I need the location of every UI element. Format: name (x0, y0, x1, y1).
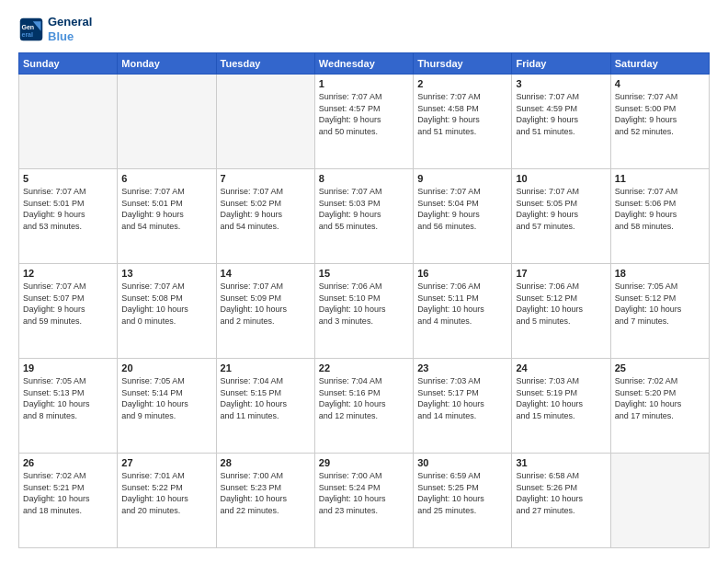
day-info: Sunrise: 7:07 AM Sunset: 4:58 PM Dayligh… (417, 91, 507, 137)
day-number: 26 (23, 457, 113, 468)
calendar-cell: 20Sunrise: 7:05 AM Sunset: 5:14 PM Dayli… (118, 359, 216, 454)
calendar-header: Gen eral General Blue (18, 15, 710, 43)
calendar-cell: 21Sunrise: 7:04 AM Sunset: 5:15 PM Dayli… (216, 359, 314, 454)
calendar-cell: 11Sunrise: 7:07 AM Sunset: 5:06 PM Dayli… (610, 169, 709, 264)
day-info: Sunrise: 7:06 AM Sunset: 5:10 PM Dayligh… (319, 281, 409, 327)
calendar-cell (118, 75, 216, 169)
day-number: 13 (121, 268, 211, 279)
day-info: Sunrise: 6:58 AM Sunset: 5:26 PM Dayligh… (516, 470, 606, 516)
calendar-cell: 13Sunrise: 7:07 AM Sunset: 5:08 PM Dayli… (118, 264, 216, 359)
calendar-cell: 16Sunrise: 7:06 AM Sunset: 5:11 PM Dayli… (414, 264, 512, 359)
calendar-page: Gen eral General Blue SundayMondayTuesda… (0, 0, 728, 563)
day-info: Sunrise: 7:07 AM Sunset: 5:07 PM Dayligh… (23, 281, 113, 327)
day-number: 20 (121, 362, 211, 373)
calendar-cell: 23Sunrise: 7:03 AM Sunset: 5:17 PM Dayli… (414, 359, 512, 454)
day-number: 4 (615, 78, 705, 89)
day-number: 29 (319, 457, 409, 468)
calendar-cell: 26Sunrise: 7:02 AM Sunset: 5:21 PM Dayli… (19, 454, 118, 548)
day-info: Sunrise: 7:04 AM Sunset: 5:15 PM Dayligh… (221, 375, 311, 421)
day-number: 15 (319, 268, 409, 279)
calendar-week-5: 26Sunrise: 7:02 AM Sunset: 5:21 PM Dayli… (19, 454, 710, 548)
calendar-table: SundayMondayTuesdayWednesdayThursdayFrid… (18, 52, 710, 548)
header-sunday: Sunday (19, 53, 118, 75)
day-info: Sunrise: 7:06 AM Sunset: 5:11 PM Dayligh… (417, 281, 507, 327)
day-info: Sunrise: 7:07 AM Sunset: 5:06 PM Dayligh… (615, 186, 705, 232)
day-number: 21 (221, 362, 311, 373)
day-info: Sunrise: 7:05 AM Sunset: 5:12 PM Dayligh… (615, 281, 705, 327)
calendar-week-3: 12Sunrise: 7:07 AM Sunset: 5:07 PM Dayli… (19, 264, 710, 359)
calendar-cell: 1Sunrise: 7:07 AM Sunset: 4:57 PM Daylig… (314, 75, 413, 169)
calendar-header-row: SundayMondayTuesdayWednesdayThursdayFrid… (19, 53, 710, 75)
day-info: Sunrise: 6:59 AM Sunset: 5:25 PM Dayligh… (417, 470, 507, 516)
day-info: Sunrise: 7:06 AM Sunset: 5:12 PM Dayligh… (516, 281, 606, 327)
header-wednesday: Wednesday (314, 53, 413, 75)
calendar-cell: 28Sunrise: 7:00 AM Sunset: 5:23 PM Dayli… (216, 454, 314, 548)
day-number: 30 (417, 457, 507, 468)
day-number: 17 (516, 268, 606, 279)
day-info: Sunrise: 7:07 AM Sunset: 4:59 PM Dayligh… (516, 91, 606, 137)
calendar-cell: 7Sunrise: 7:07 AM Sunset: 5:02 PM Daylig… (216, 169, 314, 264)
header-saturday: Saturday (610, 53, 709, 75)
calendar-cell: 2Sunrise: 7:07 AM Sunset: 4:58 PM Daylig… (414, 75, 512, 169)
calendar-cell: 8Sunrise: 7:07 AM Sunset: 5:03 PM Daylig… (314, 169, 413, 264)
logo-icon: Gen eral (18, 17, 44, 42)
logo: Gen eral General Blue (18, 15, 92, 43)
calendar-cell: 4Sunrise: 7:07 AM Sunset: 5:00 PM Daylig… (610, 75, 709, 169)
day-number: 23 (417, 362, 507, 373)
day-info: Sunrise: 7:07 AM Sunset: 5:08 PM Dayligh… (121, 281, 211, 327)
day-number: 3 (516, 78, 606, 89)
calendar-cell: 30Sunrise: 6:59 AM Sunset: 5:25 PM Dayli… (414, 454, 512, 548)
day-info: Sunrise: 7:07 AM Sunset: 5:02 PM Dayligh… (221, 186, 311, 232)
day-info: Sunrise: 7:01 AM Sunset: 5:22 PM Dayligh… (121, 470, 211, 516)
day-number: 5 (23, 173, 113, 184)
calendar-week-2: 5Sunrise: 7:07 AM Sunset: 5:01 PM Daylig… (19, 169, 710, 264)
day-number: 28 (221, 457, 311, 468)
day-info: Sunrise: 7:07 AM Sunset: 4:57 PM Dayligh… (319, 91, 409, 137)
calendar-cell: 18Sunrise: 7:05 AM Sunset: 5:12 PM Dayli… (610, 264, 709, 359)
calendar-cell (216, 75, 314, 169)
day-number: 16 (417, 268, 507, 279)
calendar-cell: 3Sunrise: 7:07 AM Sunset: 4:59 PM Daylig… (512, 75, 610, 169)
day-number: 19 (23, 362, 113, 373)
day-info: Sunrise: 7:03 AM Sunset: 5:17 PM Dayligh… (417, 375, 507, 421)
day-info: Sunrise: 7:07 AM Sunset: 5:05 PM Dayligh… (516, 186, 606, 232)
day-info: Sunrise: 7:05 AM Sunset: 5:14 PM Dayligh… (121, 375, 211, 421)
day-info: Sunrise: 7:07 AM Sunset: 5:01 PM Dayligh… (121, 186, 211, 232)
day-number: 25 (615, 362, 705, 373)
day-number: 11 (615, 173, 705, 184)
calendar-cell: 17Sunrise: 7:06 AM Sunset: 5:12 PM Dayli… (512, 264, 610, 359)
calendar-cell: 5Sunrise: 7:07 AM Sunset: 5:01 PM Daylig… (19, 169, 118, 264)
calendar-cell: 6Sunrise: 7:07 AM Sunset: 5:01 PM Daylig… (118, 169, 216, 264)
calendar-cell: 31Sunrise: 6:58 AM Sunset: 5:26 PM Dayli… (512, 454, 610, 548)
calendar-cell: 10Sunrise: 7:07 AM Sunset: 5:05 PM Dayli… (512, 169, 610, 264)
day-number: 18 (615, 268, 705, 279)
header-tuesday: Tuesday (216, 53, 314, 75)
calendar-week-4: 19Sunrise: 7:05 AM Sunset: 5:13 PM Dayli… (19, 359, 710, 454)
day-info: Sunrise: 7:07 AM Sunset: 5:03 PM Dayligh… (319, 186, 409, 232)
day-info: Sunrise: 7:07 AM Sunset: 5:04 PM Dayligh… (417, 186, 507, 232)
calendar-cell: 12Sunrise: 7:07 AM Sunset: 5:07 PM Dayli… (19, 264, 118, 359)
day-number: 14 (221, 268, 311, 279)
day-number: 10 (516, 173, 606, 184)
day-number: 8 (319, 173, 409, 184)
header-thursday: Thursday (414, 53, 512, 75)
header-friday: Friday (512, 53, 610, 75)
calendar-cell: 24Sunrise: 7:03 AM Sunset: 5:19 PM Dayli… (512, 359, 610, 454)
calendar-cell: 22Sunrise: 7:04 AM Sunset: 5:16 PM Dayli… (314, 359, 413, 454)
day-info: Sunrise: 7:04 AM Sunset: 5:16 PM Dayligh… (319, 375, 409, 421)
day-info: Sunrise: 7:07 AM Sunset: 5:01 PM Dayligh… (23, 186, 113, 232)
calendar-cell (19, 75, 118, 169)
day-number: 31 (516, 457, 606, 468)
day-number: 1 (319, 78, 409, 89)
calendar-cell: 14Sunrise: 7:07 AM Sunset: 5:09 PM Dayli… (216, 264, 314, 359)
day-info: Sunrise: 7:07 AM Sunset: 5:00 PM Dayligh… (615, 91, 705, 137)
calendar-cell: 15Sunrise: 7:06 AM Sunset: 5:10 PM Dayli… (314, 264, 413, 359)
svg-text:eral: eral (22, 30, 34, 37)
calendar-cell: 25Sunrise: 7:02 AM Sunset: 5:20 PM Dayli… (610, 359, 709, 454)
calendar-cell: 29Sunrise: 7:00 AM Sunset: 5:24 PM Dayli… (314, 454, 413, 548)
calendar-week-1: 1Sunrise: 7:07 AM Sunset: 4:57 PM Daylig… (19, 75, 710, 169)
day-number: 22 (319, 362, 409, 373)
calendar-cell: 27Sunrise: 7:01 AM Sunset: 5:22 PM Dayli… (118, 454, 216, 548)
day-info: Sunrise: 7:07 AM Sunset: 5:09 PM Dayligh… (221, 281, 311, 327)
day-info: Sunrise: 7:00 AM Sunset: 5:23 PM Dayligh… (221, 470, 311, 516)
